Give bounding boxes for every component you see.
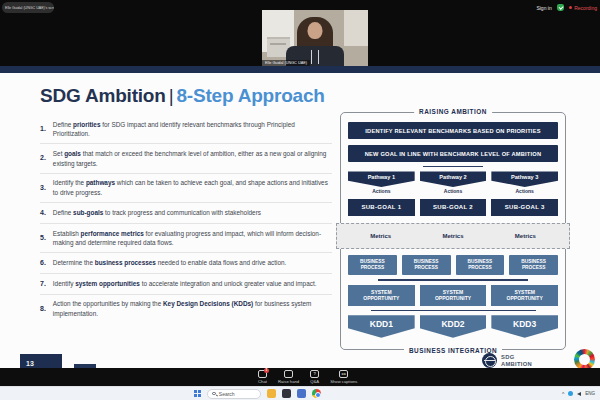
pathway-box: Pathway 2	[420, 171, 487, 187]
recording-dot-icon	[569, 6, 573, 10]
step-item: 7.Identify system opportunities to accel…	[40, 273, 332, 294]
system-opportunity-box: SYSTEM OPPORTUNITY	[491, 285, 558, 306]
system-opportunity-box: SYSTEM OPPORTUNITY	[348, 285, 415, 306]
pathway-item: Pathway 1Actions	[348, 171, 415, 194]
control-label: Q&A	[310, 379, 319, 384]
step-number: 1.	[40, 124, 46, 135]
slide-page-number: 13	[20, 354, 62, 368]
step-text-segment: to accelerate integration and unlock gre…	[140, 280, 317, 287]
control-qa[interactable]: ?Q&A	[310, 370, 319, 384]
search-icon	[212, 392, 216, 396]
recording-label: Recording	[574, 5, 597, 11]
encryption-shield-icon	[557, 4, 564, 11]
subgoals-row: SUB-GOAL 1SUB-GOAL 2SUB-GOAL 3	[348, 199, 558, 216]
step-number: 7.	[40, 279, 46, 290]
pathway-box: Pathway 3	[491, 171, 558, 187]
shared-slide: SDG Ambition|8-Step Approach 1.Define pr…	[0, 73, 600, 368]
step-number: 6.	[40, 258, 46, 269]
pathway-item: Pathway 2Actions	[420, 171, 487, 194]
control-captions[interactable]: ccShow captions	[330, 370, 357, 384]
step-keyword: Key Design Decisions (KDDs)	[163, 300, 253, 307]
control-raise-hand[interactable]: Raise hand	[278, 370, 299, 384]
chat-icon: 1	[258, 370, 267, 378]
tray-expand-icon[interactable]: ^	[562, 391, 564, 397]
sign-in-button[interactable]: Sign in	[536, 5, 551, 11]
step-text-segment: Determine the	[53, 259, 95, 266]
windows-start-button[interactable]	[194, 390, 201, 397]
windows-taskbar: Search ^ ENG	[0, 386, 600, 400]
taskbar-app-icon-files[interactable]	[267, 389, 276, 398]
step-number: 5.	[40, 233, 46, 244]
control-chat[interactable]: 1Chat	[258, 370, 267, 384]
qa-icon: ?	[310, 370, 319, 378]
captions-icon: cc	[339, 370, 348, 378]
slide-top-border	[0, 66, 600, 73]
participant-video-tile[interactable]: Elle Guidal (UNGC UAE)	[262, 10, 368, 66]
connector-line	[371, 310, 536, 311]
search-placeholder: Search	[219, 391, 235, 397]
slide-title-accent: 8-Step Approach	[176, 85, 324, 106]
step-item: 8.Action the opportunities by making the…	[40, 294, 332, 323]
step-keyword: pathways	[86, 179, 115, 186]
tray-app-icon[interactable]	[568, 391, 573, 396]
step-text-segment: to track progress and communication with…	[103, 209, 261, 216]
pathway-actions-label: Actions	[491, 188, 558, 194]
step-text-segment: Define	[53, 209, 73, 216]
step-item: 1.Define priorities for SDG impact and i…	[40, 115, 332, 143]
connector-line	[423, 166, 483, 167]
step-keyword: system opportunities	[75, 280, 140, 287]
diagram-top-label: RAISING AMBITION	[414, 108, 492, 115]
tray-language-label[interactable]: ENG	[585, 391, 595, 396]
step-text: Establish performance metrics for evalua…	[53, 229, 332, 248]
slide-title-divider: |	[166, 85, 177, 106]
subgoal-box: SUB-GOAL 1	[348, 199, 415, 216]
slide-logos: SDG AMBITION	[482, 351, 595, 368]
steps-list: 1.Define priorities for SDG impact and i…	[40, 115, 332, 323]
subgoal-box: SUB-GOAL 2	[420, 199, 487, 216]
step-number: 8.	[40, 304, 46, 315]
taskbar-app-icon-dark[interactable]	[282, 389, 291, 398]
step-item: 3.Identify the pathways which can be tak…	[40, 173, 332, 202]
step-keyword: priorities	[73, 121, 100, 128]
speaker-icon[interactable]	[577, 392, 581, 396]
video-background-window	[344, 10, 368, 46]
pathways-row: Pathway 1ActionsPathway 2ActionsPathway …	[348, 171, 558, 194]
business-process-box: BUSINESS PROCESS	[456, 255, 505, 275]
diagram-bars: IDENTIFY RELEVANT BENCHMARKS BASED ON PR…	[348, 122, 558, 162]
step-text-segment: Identify the	[53, 179, 86, 186]
taskbar-search[interactable]: Search	[207, 389, 261, 399]
raise-hand-icon	[284, 370, 293, 378]
step-keyword: performance metrics	[81, 230, 144, 237]
step-number: 2.	[40, 153, 46, 164]
sdg-logo-line1: SDG	[501, 354, 532, 361]
step-text: Identify the pathways which can be taken…	[53, 178, 332, 197]
pathway-actions-label: Actions	[348, 188, 415, 194]
control-label: Show captions	[330, 379, 357, 384]
taskbar-center: Search	[194, 387, 321, 400]
subgoal-box: SUB-GOAL 3	[491, 199, 558, 216]
step-text: Action the opportunities by making the K…	[53, 299, 332, 318]
kdd-box: KDD3	[491, 315, 558, 338]
taskbar-app-icon-blue[interactable]	[297, 389, 306, 398]
slide-title: SDG Ambition|8-Step Approach	[40, 85, 325, 107]
recording-indicator: Recording	[569, 5, 597, 11]
metric-cell: Metrics	[347, 229, 414, 243]
business-process-row: BUSINESS PROCESSBUSINESS PROCESSBUSINESS…	[348, 255, 558, 275]
taskbar-app-icon-browser[interactable]	[312, 389, 321, 398]
meeting-control-bar: 1ChatRaise hand?Q&AccShow captions	[0, 368, 600, 386]
metrics-strip: MetricsMetricsMetrics	[336, 223, 570, 249]
step-number: 4.	[40, 208, 46, 219]
step-text: Define priorities for SDG impact and ide…	[53, 120, 332, 139]
kdd-row: KDD1KDD2KDD3	[348, 315, 558, 338]
system-opportunity-box: SYSTEM OPPORTUNITY	[420, 285, 487, 306]
slide-title-primary: SDG Ambition	[40, 85, 166, 106]
system-opportunity-row: SYSTEM OPPORTUNITYSYSTEM OPPORTUNITYSYST…	[348, 285, 558, 306]
sdg-logo-line2: AMBITION	[501, 361, 532, 368]
step-keyword: business processes	[95, 259, 156, 266]
connector-line	[378, 279, 528, 280]
step-text-segment: Action the opportunities by making the	[53, 300, 163, 307]
screen-share-info-pill[interactable]: Elle Guidal (UNGC UAE)'s scre v	[2, 2, 54, 13]
step-item: 6.Determine the business processes neede…	[40, 252, 332, 273]
metric-cell: Metrics	[419, 229, 486, 243]
step-text-segment: Establish	[53, 230, 81, 237]
